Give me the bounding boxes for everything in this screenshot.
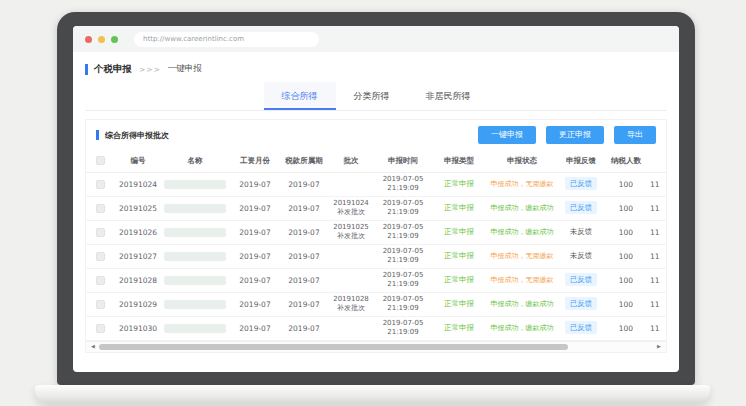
cell-feedback: 未反馈 [556,220,606,244]
tab-comprehensive-income[interactable]: 综合所得 [264,82,336,110]
cell-checkbox [86,244,114,268]
scroll-right-icon[interactable]: ▶ [655,341,663,352]
cell-batch-ref [326,268,376,292]
horizontal-scrollbar[interactable]: ◀ ▶ [86,341,666,352]
scroll-left-icon[interactable]: ◀ [89,341,97,352]
cell-batch-ref [326,172,376,196]
row-checkbox[interactable] [96,276,105,285]
cell-salary-month: 2019-07 [228,292,282,316]
row-checkbox[interactable] [96,252,105,261]
table-row: 20191024 2019-07 2019-07 2019-07-0521:19… [86,172,666,196]
cell-feedback: 未反馈 [556,244,606,268]
cell-extra: 11 [646,196,666,220]
cell-declare-time: 2019-07-0521:19:09 [376,316,430,340]
cell-name [162,172,228,196]
panel-header: 综合所得申报批次 一键申报 更正申报 导出 [86,120,666,150]
scrollbar-track[interactable] [97,343,655,351]
cell-salary-month: 2019-07 [228,268,282,292]
tab-bar: 综合所得 分类所得 非居民所得 [85,82,667,111]
row-checkbox[interactable] [96,324,105,333]
laptop-frame: http://www.careerintlinc.com 个税申报 >>> 一键… [57,12,695,385]
cell-tax-period: 2019-07 [282,172,326,196]
breadcrumb: 个税申报 >>> 一键申报 [85,60,667,78]
cell-taxpayer-count: 100 [606,292,646,316]
cell-declare-time: 2019-07-0521:19:09 [376,244,430,268]
column-header: 纳税人数 [606,150,646,172]
cell-salary-month: 2019-07 [228,172,282,196]
cell-declare-type: 正常申报 [430,244,488,268]
cell-batch-ref [326,244,376,268]
address-bar[interactable]: http://www.careerintlinc.com [134,32,319,47]
cell-batch-ref: 20191024补发批次 [326,196,376,220]
scrollbar-thumb[interactable] [99,344,568,350]
cell-checkbox [86,172,114,196]
select-all-checkbox[interactable] [96,156,105,165]
cell-declare-type: 正常申报 [430,292,488,316]
name-placeholder [164,324,226,333]
cell-checkbox [86,316,114,340]
cell-feedback: 已反馈 [556,292,606,316]
cell-declare-status: 申报成功，缴款成功 [488,292,556,316]
cell-tax-period: 2019-07 [282,316,326,340]
row-checkbox[interactable] [96,300,105,309]
cell-batch-id: 20191029 [114,292,162,316]
one-click-declare-button[interactable]: 一键申报 [478,126,536,144]
feedback-badge: 已反馈 [565,297,598,310]
row-checkbox[interactable] [96,180,105,189]
feedback-badge: 已反馈 [565,273,598,286]
cell-name [162,220,228,244]
cell-name [162,316,228,340]
tab-classified-income[interactable]: 分类所得 [336,82,408,110]
cell-declare-type: 正常申报 [430,196,488,220]
cell-declare-status: 申报成功，缴款成功 [488,220,556,244]
column-header: 批次 [326,150,376,172]
cell-salary-month: 2019-07 [228,244,282,268]
table-row: 20191029 2019-07 2019-07 20191028补发批次 20… [86,292,666,316]
cell-declare-time: 2019-07-0521:19:09 [376,268,430,292]
cell-extra: 11 [646,220,666,244]
cell-checkbox [86,292,114,316]
window-close-icon[interactable] [85,36,92,43]
window-minimize-icon[interactable] [98,36,105,43]
cell-extra: 11 [646,292,666,316]
column-header: 名称 [162,150,228,172]
panel-buttons: 一键申报 更正申报 导出 [478,126,656,144]
cell-taxpayer-count: 100 [606,244,646,268]
cell-feedback: 已反馈 [556,316,606,340]
cell-declare-status: 申报成功，缴款成功 [488,316,556,340]
laptop-base [35,385,710,404]
cell-extra: 11 [646,268,666,292]
feedback-badge: 未反馈 [570,227,593,236]
cell-batch-ref: 20191025补发批次 [326,220,376,244]
cell-taxpayer-count: 100 [606,196,646,220]
column-header: 工资月份 [228,150,282,172]
row-checkbox[interactable] [96,204,105,213]
row-checkbox[interactable] [96,228,105,237]
cell-feedback: 已反馈 [556,196,606,220]
cell-checkbox [86,268,114,292]
cell-batch-ref [326,316,376,340]
window-maximize-icon[interactable] [111,36,118,43]
column-header: 申报反馈 [556,150,606,172]
column-header: 申报时间 [376,150,430,172]
cell-tax-period: 2019-07 [282,196,326,220]
breadcrumb-current: 一键申报 [168,63,202,75]
cell-name [162,292,228,316]
feedback-badge: 已反馈 [565,201,598,214]
table-row: 20191025 2019-07 2019-07 20191024补发批次 20… [86,196,666,220]
name-placeholder [164,300,226,309]
cell-declare-time: 2019-07-0521:19:09 [376,172,430,196]
cell-declare-status: 申报成功，无需缴款 [488,172,556,196]
correct-declare-button[interactable]: 更正申报 [546,126,604,144]
table-scroll-area: 编号名称工资月份税款所属期批次申报时间申报类型申报状态申报反馈纳税人数 2019… [86,150,666,341]
name-placeholder [164,204,226,213]
column-header: 编号 [114,150,162,172]
cell-declare-time: 2019-07-0521:19:09 [376,196,430,220]
cell-batch-id: 20191025 [114,196,162,220]
tab-nonresident-income[interactable]: 非居民所得 [408,82,489,110]
cell-name [162,268,228,292]
cell-salary-month: 2019-07 [228,316,282,340]
table-row: 20191026 2019-07 2019-07 20191025补发批次 20… [86,220,666,244]
export-button[interactable]: 导出 [614,126,656,144]
cell-tax-period: 2019-07 [282,220,326,244]
